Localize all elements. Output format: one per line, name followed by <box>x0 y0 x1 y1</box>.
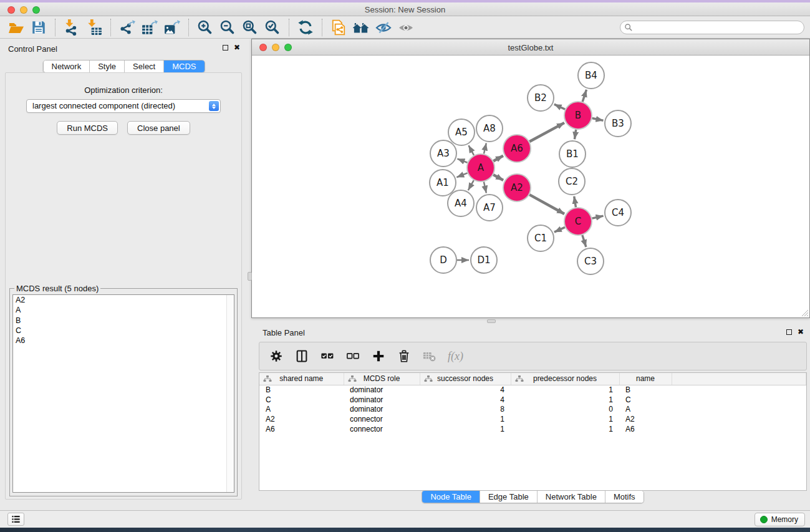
zoom-fit-button[interactable] <box>239 17 261 37</box>
zoom-in-button[interactable] <box>194 17 216 37</box>
graph-node-B2[interactable]: B2 <box>528 85 554 111</box>
run-mcds-button[interactable]: Run MCDS <box>57 121 118 135</box>
graph-node-A2[interactable]: A2 <box>503 174 531 201</box>
graph-edge-B-B3[interactable] <box>592 118 604 121</box>
show-all-button[interactable] <box>395 17 417 37</box>
criterion-select[interactable]: largest connected component (directed) <box>26 99 221 113</box>
export-image-button[interactable] <box>161 17 183 37</box>
zoom-out-button[interactable] <box>216 17 239 37</box>
mcds-result-item[interactable]: A2 <box>13 295 234 305</box>
graph-node-A4[interactable]: A4 <box>448 190 474 216</box>
graph-edge-C-C3[interactable] <box>582 235 586 247</box>
table-row[interactable]: Adominator80A <box>259 404 806 414</box>
table-row[interactable]: Cdominator41C <box>259 395 806 405</box>
graph-node-A7[interactable]: A7 <box>476 195 503 221</box>
graph-node-C2[interactable]: C2 <box>559 168 585 195</box>
graph-node-C3[interactable]: C3 <box>577 248 604 274</box>
column-header-MCDS-role[interactable]: MCDS role <box>344 373 420 385</box>
new-network-from-selection-button[interactable] <box>327 17 350 37</box>
graph-node-B1[interactable]: B1 <box>559 141 586 167</box>
show-panels-button[interactable] <box>7 513 24 526</box>
graph-edge-A-A4[interactable] <box>468 180 474 190</box>
graph-edge-A-A8[interactable] <box>484 143 486 153</box>
tab-style[interactable]: Style <box>89 60 124 72</box>
add-row-button[interactable] <box>371 349 386 364</box>
first-neighbors-button[interactable] <box>350 17 372 37</box>
close-panel-icon[interactable]: ✖ <box>234 44 240 51</box>
graph-node-C1[interactable]: C1 <box>528 225 554 251</box>
graph-edge-A-A3[interactable] <box>457 159 467 163</box>
graph-edge-B-B1[interactable] <box>574 130 576 139</box>
graph-node-B4[interactable]: B4 <box>578 62 604 89</box>
float-table-panel-icon[interactable] <box>786 329 792 335</box>
tab-select[interactable]: Select <box>124 60 163 72</box>
save-session-button[interactable] <box>27 17 50 37</box>
graph-edge-A-A1[interactable] <box>456 173 467 177</box>
graph-node-D[interactable]: D <box>430 247 456 273</box>
open-session-button[interactable] <box>5 17 27 37</box>
graph-node-D1[interactable]: D1 <box>471 247 497 273</box>
graph-edge-B-B2[interactable] <box>554 104 565 109</box>
graph-edge-C-C4[interactable] <box>592 216 603 218</box>
graph-edge-C-C2[interactable] <box>574 196 576 208</box>
tab-network[interactable]: Network <box>43 60 89 72</box>
float-panel-icon[interactable] <box>223 45 228 51</box>
table-row[interactable]: Bdominator41B <box>259 385 806 395</box>
graph-node-A5[interactable]: A5 <box>448 119 475 145</box>
column-header-name[interactable]: name <box>619 373 672 385</box>
delete-row-button[interactable] <box>397 349 412 364</box>
result-list-scrollbar[interactable] <box>226 295 234 492</box>
graph-edge-A-A7[interactable] <box>484 181 486 193</box>
column-header-shared-name[interactable]: shared name <box>259 373 344 385</box>
close-table-panel-icon[interactable]: ✖ <box>798 329 804 335</box>
network-window-titlebar[interactable]: testGlobe.txt <box>252 39 809 56</box>
zoom-selected-button[interactable] <box>261 17 284 37</box>
graph-edge-B-B4[interactable] <box>582 90 586 102</box>
tab-network-table[interactable]: Network Table <box>537 491 605 503</box>
deselect-all-columns-button[interactable] <box>345 349 360 364</box>
table-row[interactable]: A2connector11A2 <box>259 414 806 424</box>
settings-button[interactable] <box>269 349 284 364</box>
column-header-predecessor-nodes[interactable]: predecessor nodes <box>511 373 619 385</box>
graph-node-A3[interactable]: A3 <box>430 140 456 167</box>
memory-button[interactable]: Memory <box>755 513 805 526</box>
graph-node-A6[interactable]: A6 <box>503 135 531 162</box>
mcds-result-item[interactable]: B <box>13 316 234 326</box>
tab-edge-table[interactable]: Edge Table <box>480 491 537 503</box>
hide-selected-button[interactable] <box>372 17 395 37</box>
graph-edge-A-A5[interactable] <box>468 145 474 155</box>
search-input[interactable] <box>633 22 804 33</box>
tab-node-table[interactable]: Node Table <box>422 491 480 503</box>
search-field[interactable] <box>620 21 804 34</box>
graph-edge-A-A2[interactable] <box>493 175 503 180</box>
import-network-button[interactable] <box>60 17 83 37</box>
graph-edge-A2-C[interactable] <box>529 195 564 214</box>
function-builder-button[interactable]: f(x) <box>448 350 463 363</box>
import-table-button[interactable] <box>83 17 105 37</box>
graph-edge-C-C1[interactable] <box>554 227 565 232</box>
select-all-columns-button[interactable] <box>320 349 335 364</box>
tab-motifs[interactable]: Motifs <box>605 491 644 503</box>
close-panel-button[interactable]: Close panel <box>127 121 190 135</box>
graph-node-B3[interactable]: B3 <box>605 110 631 137</box>
mcds-result-item[interactable]: C <box>13 326 234 336</box>
graph-node-A8[interactable]: A8 <box>476 115 503 142</box>
graph-edge-A-A6[interactable] <box>493 156 503 161</box>
show-columns-button[interactable] <box>294 349 309 364</box>
export-network-button[interactable] <box>116 17 138 37</box>
graph-edge-A6-B[interactable] <box>529 123 564 142</box>
mcds-result-list[interactable]: A2ABCA6 <box>12 294 234 493</box>
network-canvas[interactable]: B4B2BB3B1A5A8A6A3AA1A2C2A4A7C4CC1C3DD1 <box>252 56 809 317</box>
mcds-result-item[interactable]: A <box>13 305 234 315</box>
refresh-button[interactable] <box>294 17 317 37</box>
delete-table-button[interactable] <box>422 349 437 364</box>
column-header-successor-nodes[interactable]: successor nodes <box>420 373 511 385</box>
graph-node-A1[interactable]: A1 <box>430 170 456 196</box>
graph-node-C[interactable]: C <box>564 208 592 235</box>
tab-mcds[interactable]: MCDS <box>163 60 204 72</box>
graph-node-A[interactable]: A <box>467 154 494 181</box>
resize-grip-icon[interactable] <box>801 309 809 317</box>
mcds-result-item[interactable]: A6 <box>13 336 234 346</box>
table-row[interactable]: A6connector11A6 <box>259 424 806 434</box>
vertical-splitter-handle[interactable] <box>248 272 252 281</box>
